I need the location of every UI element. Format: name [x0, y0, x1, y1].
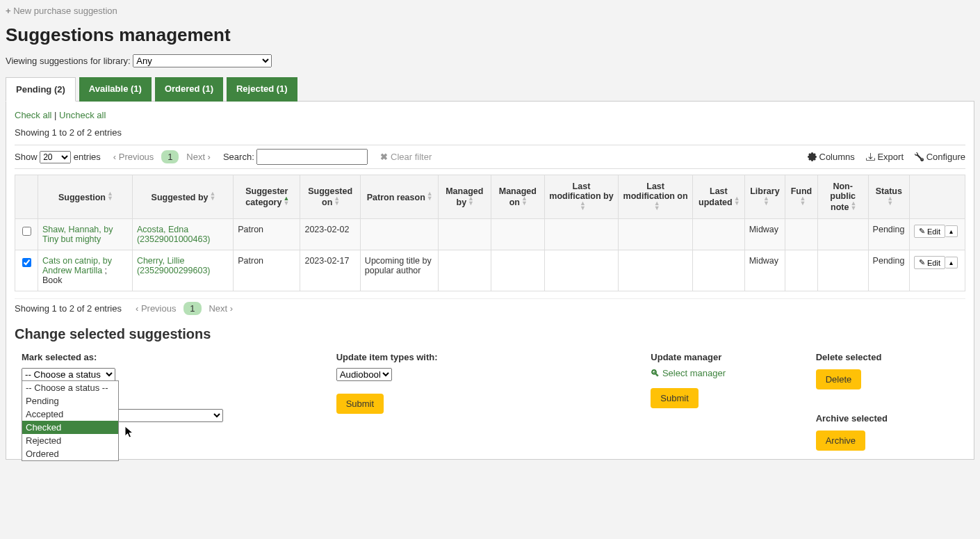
lib-filter-label: Viewing suggestions for library: [6, 56, 131, 66]
table-row: Cats on catnip, by Andrew Martilla ; Boo… [15, 250, 965, 291]
edit-menu-toggle[interactable]: ▴ [945, 257, 958, 268]
col-suggested-on[interactable]: Suggested on▲▼ [300, 175, 360, 219]
new-purchase-label: New purchase suggestion [13, 6, 117, 16]
tab-available[interactable]: Available (1) [79, 77, 152, 102]
columns-button[interactable]: Columns [808, 152, 855, 162]
status-option[interactable]: Rejected [22, 434, 118, 447]
change-heading: Change selected suggestions [15, 326, 965, 342]
archive-button[interactable]: Archive [816, 431, 865, 451]
tab-pending[interactable]: Pending (2) [6, 77, 76, 102]
entries-info-bottom: Showing 1 to 2 of 2 entries [15, 303, 122, 314]
export-button[interactable]: Export [866, 152, 904, 162]
delete-button[interactable]: Delete [816, 369, 862, 389]
submit-manager-button[interactable]: Submit [651, 388, 698, 408]
update-item-types-label: Update item types with: [336, 352, 636, 362]
delete-selected-label: Delete selected [816, 352, 965, 362]
status-option[interactable]: -- Choose a status -- [22, 381, 118, 394]
col-library[interactable]: Library▲▼ [744, 175, 785, 219]
col-last-updated[interactable]: Last updated▲▼ [693, 175, 745, 219]
col-patron-reason[interactable]: Patron reason▲▼ [360, 175, 438, 219]
archive-selected-label: Archive selected [816, 413, 965, 424]
search-input[interactable] [256, 149, 368, 165]
edit-menu-toggle[interactable]: ▴ [945, 225, 958, 237]
entries-info-top: Showing 1 to 2 of 2 entries [15, 127, 965, 138]
search-icon: 🔍︎ [651, 368, 660, 378]
col-suggester-category[interactable]: Suggester category▲▼ [234, 175, 300, 219]
status-option[interactable]: Accepted [22, 408, 118, 421]
wrench-icon [915, 152, 924, 161]
new-purchase-link[interactable]: + New purchase suggestion [6, 6, 117, 16]
edit-button[interactable]: ✎Edit [914, 225, 945, 238]
mouse-cursor-icon [124, 426, 136, 440]
status-option[interactable]: Pending [22, 394, 118, 408]
next-page-bottom[interactable]: Next [209, 303, 227, 314]
col-managed-on[interactable]: Managed on▲▼ [491, 175, 545, 219]
update-manager-label: Update manager [651, 352, 800, 362]
download-icon [866, 152, 875, 161]
col-managed-by[interactable]: Managed by▲▼ [438, 175, 491, 219]
next-page[interactable]: Next [186, 152, 205, 162]
col-nonpublic-note[interactable]: Non-public note▲▼ [817, 175, 868, 219]
tabs: Pending (2) Available (1) Ordered (1) Re… [6, 77, 974, 102]
col-last-mod-on[interactable]: Last modification on▲▼ [619, 175, 693, 219]
plus-icon: + [6, 6, 11, 16]
gear-icon [808, 152, 817, 161]
patron-link[interactable]: Acosta, Edna (23529001000463) [137, 225, 211, 244]
uncheck-all-link[interactable]: Uncheck all [59, 110, 106, 120]
item-type-select[interactable]: Audiobook [336, 368, 392, 381]
row-checkbox[interactable] [22, 227, 31, 236]
suggestion-link[interactable]: Shaw, Hannah, by Tiny but mighty [42, 225, 113, 244]
close-icon: ✖ [380, 152, 388, 162]
edit-button[interactable]: ✎Edit [914, 256, 945, 269]
pencil-icon: ✎ [919, 258, 925, 267]
check-all-link[interactable]: Check all [15, 110, 51, 120]
col-status[interactable]: Status▲▼ [868, 175, 909, 219]
submit-item-type-button[interactable]: Submit [336, 394, 384, 414]
status-option[interactable]: Ordered [22, 447, 118, 460]
col-suggestion[interactable]: Suggestion▲▼ [38, 175, 133, 219]
col-last-mod-by[interactable]: Last modification by▲▼ [544, 175, 619, 219]
page-number[interactable]: 1 [161, 150, 179, 163]
status-select[interactable]: -- Choose a status -- [22, 368, 115, 381]
lib-filter-select[interactable]: Any [133, 54, 272, 67]
tab-ordered[interactable]: Ordered (1) [155, 77, 223, 102]
prev-page[interactable]: Previous [119, 152, 154, 162]
status-dropdown-open: -- Choose a status -- Pending Accepted C… [22, 380, 119, 461]
status-option[interactable]: Checked [22, 421, 118, 434]
col-fund[interactable]: Fund▲▼ [785, 175, 818, 219]
page-length-select[interactable]: 20 [40, 151, 71, 163]
page-title: Suggestions management [6, 24, 974, 46]
mark-selected-label: Mark selected as: [22, 352, 321, 362]
patron-link[interactable]: Cherry, Lillie (23529000299603) [137, 256, 211, 275]
page-number-bottom[interactable]: 1 [183, 302, 201, 315]
suggestions-table: Suggestion▲▼ Suggested by▲▼ Suggester ca… [15, 175, 965, 291]
select-manager-link[interactable]: 🔍︎ Select manager [651, 368, 726, 378]
table-row: Shaw, Hannah, by Tiny but mighty Acosta,… [15, 219, 965, 250]
tab-rejected[interactable]: Rejected (1) [227, 77, 297, 102]
clear-filter-link[interactable]: Clear filter [391, 152, 432, 162]
col-suggested-by[interactable]: Suggested by▲▼ [132, 175, 233, 219]
pencil-icon: ✎ [919, 227, 925, 236]
prev-page-bottom[interactable]: Previous [141, 303, 177, 314]
configure-button[interactable]: Configure [915, 152, 965, 162]
row-checkbox[interactable] [22, 258, 31, 267]
